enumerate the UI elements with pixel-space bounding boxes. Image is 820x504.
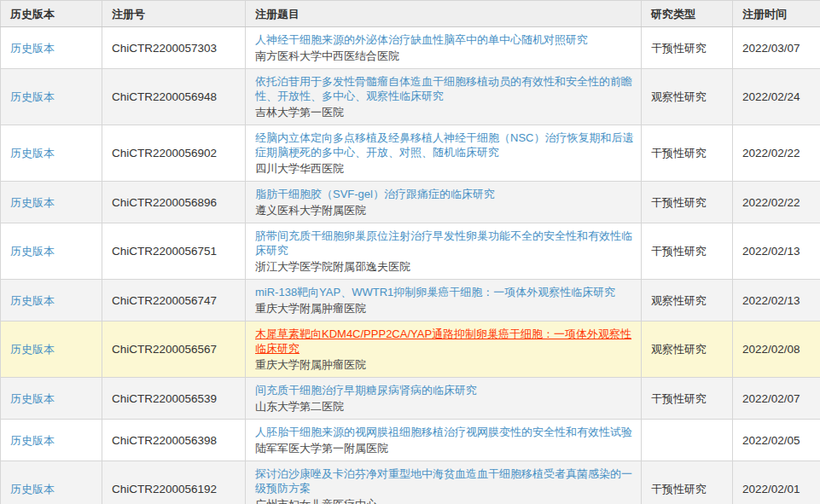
institution-name: 山东大学第二医院 xyxy=(255,399,634,414)
institution-name: 陆军军医大学第一附属医院 xyxy=(255,441,634,455)
table-row: 历史版本 ChiCTR2200056539 间充质干细胞治疗早期糖尿病肾病的临床… xyxy=(1,378,820,420)
trial-title-link[interactable]: 经脑内立体定向多点移植及经鼻移植人神经干细胞（NSC）治疗恢复期和后遗症期脑梗死… xyxy=(255,131,633,159)
history-version-link[interactable]: 历史版本 xyxy=(10,90,55,103)
registration-date: 2022/03/07 xyxy=(742,42,800,55)
history-version-link[interactable]: 历史版本 xyxy=(10,343,55,356)
institution-name: 重庆大学附属肿瘤医院 xyxy=(255,301,634,316)
history-version-link[interactable]: 历史版本 xyxy=(10,483,55,495)
trial-title-link[interactable]: 人神经干细胞来源的外泌体治疗缺血性脑卒中的单中心随机对照研究 xyxy=(255,33,588,46)
table-row: 历史版本 ChiCTR2200056192 探讨泊沙康唑及卡泊芬净对重型地中海贫… xyxy=(1,461,820,504)
registration-number: ChiCTR2200056948 xyxy=(112,90,217,103)
registration-number: ChiCTR2200056902 xyxy=(112,147,217,159)
registration-number: ChiCTR2200056567 xyxy=(112,343,217,356)
trial-title-link[interactable]: 间充质干细胞治疗早期糖尿病肾病的临床研究 xyxy=(255,384,477,397)
column-header-registration-title: 注册题目 xyxy=(246,1,642,27)
study-type: 观察性研究 xyxy=(651,90,707,103)
history-version-link[interactable]: 历史版本 xyxy=(10,196,55,209)
table-row: 历史版本 ChiCTR2200056902 经脑内立体定向多点移植及经鼻移植人神… xyxy=(1,125,820,182)
registration-date: 2022/02/24 xyxy=(742,90,800,103)
registration-date: 2022/02/22 xyxy=(742,147,800,159)
study-type: 干预性研究 xyxy=(651,147,707,159)
history-version-link[interactable]: 历史版本 xyxy=(10,147,55,159)
trial-list-table: 历史版本 注册号 注册题目 研究类型 注册时间 历史版本 ChiCTR22000… xyxy=(0,0,820,504)
table-row: 历史版本 ChiCTR2200056751 脐带间充质干细胞卵巢原位注射治疗早发… xyxy=(1,223,820,280)
registration-number: ChiCTR2200057303 xyxy=(112,42,217,55)
column-header-history-version: 历史版本 xyxy=(1,1,102,27)
study-type: 观察性研究 xyxy=(651,343,707,356)
table-row: 历史版本 ChiCTR2200056398 人胚胎干细胞来源的视网膜祖细胞移植治… xyxy=(1,420,820,461)
history-version-link[interactable]: 历史版本 xyxy=(10,42,55,55)
column-header-study-type: 研究类型 xyxy=(642,1,733,27)
trial-title-link[interactable]: 探讨泊沙康唑及卡泊芬净对重型地中海贫血造血干细胞移植受者真菌感染的一级预防方案 xyxy=(255,467,632,495)
institution-name: 遵义医科大学附属医院 xyxy=(255,203,634,217)
table-row: 历史版本 ChiCTR2200056948 依托泊苷用于多发性骨髓瘤自体造血干细… xyxy=(1,69,820,125)
table-row: 历史版本 ChiCTR2200056896 脂肪干细胞胶（SVF-gel）治疗跟… xyxy=(1,182,820,223)
table-row: 历史版本 ChiCTR2200056747 miR-138靶向YAP、WWTR1… xyxy=(1,280,820,322)
column-header-registration-date: 注册时间 xyxy=(733,1,820,27)
registration-date: 2022/02/13 xyxy=(742,294,800,307)
trial-title-link[interactable]: 依托泊苷用于多发性骨髓瘤自体造血干细胞移植动员的有效性和安全性的前瞻性、开放性、… xyxy=(255,75,632,102)
study-type: 干预性研究 xyxy=(651,196,707,209)
history-version-link[interactable]: 历史版本 xyxy=(10,294,55,307)
study-type: 干预性研究 xyxy=(651,392,707,405)
registration-date: 2022/02/22 xyxy=(742,196,800,209)
trial-title-link[interactable]: 脐带间充质干细胞卵巢原位注射治疗早发性卵巢功能不全的安全性和有效性临床研究 xyxy=(255,229,632,257)
registration-date: 2022/02/08 xyxy=(742,343,800,356)
registration-number: ChiCTR2200056751 xyxy=(112,245,217,258)
registration-date: 2022/02/13 xyxy=(742,245,800,258)
institution-name: 吉林大学第一医院 xyxy=(255,105,634,119)
study-type: 干预性研究 xyxy=(651,245,707,258)
institution-name: 重庆大学附属肿瘤医院 xyxy=(255,357,634,372)
study-type: 观察性研究 xyxy=(651,294,707,307)
registration-number: ChiCTR2200056192 xyxy=(112,483,217,495)
trial-title-link[interactable]: 木犀草素靶向KDM4C/PPP2CA/YAP通路抑制卵巢癌干细胞：一项体外观察性… xyxy=(255,327,631,355)
table-header-row: 历史版本 注册号 注册题目 研究类型 注册时间 xyxy=(1,1,820,27)
registration-date: 2022/02/05 xyxy=(742,434,800,447)
registration-number: ChiCTR2200056896 xyxy=(112,196,217,209)
column-header-registration-number: 注册号 xyxy=(102,1,246,27)
registration-date: 2022/02/01 xyxy=(742,483,800,495)
history-version-link[interactable]: 历史版本 xyxy=(10,245,55,258)
trial-title-link[interactable]: 脂肪干细胞胶（SVF-gel）治疗跟痛症的临床研究 xyxy=(255,188,495,200)
history-version-link[interactable]: 历史版本 xyxy=(10,434,55,447)
history-version-link[interactable]: 历史版本 xyxy=(10,392,55,405)
registration-number: ChiCTR2200056539 xyxy=(112,392,217,405)
trial-title-link[interactable]: miR-138靶向YAP、WWTR1抑制卵巢癌干细胞：一项体外观察性临床研究 xyxy=(255,286,615,298)
registration-number: ChiCTR2200056747 xyxy=(112,294,217,307)
study-type: 干预性研究 xyxy=(651,483,707,495)
registration-number: ChiCTR2200056398 xyxy=(112,434,217,447)
institution-name: 广州市妇女儿童医疗中心 xyxy=(255,497,634,504)
institution-name: 浙江大学医学院附属邵逸夫医院 xyxy=(255,259,634,274)
institution-name: 南方医科大学中西医结合医院 xyxy=(255,49,634,63)
institution-name: 四川大学华西医院 xyxy=(255,161,634,176)
registration-date: 2022/02/07 xyxy=(742,392,800,405)
table-row: 历史版本 ChiCTR2200057303 人神经干细胞来源的外泌体治疗缺血性脑… xyxy=(1,27,820,69)
table-row-highlighted: 历史版本 ChiCTR2200056567 木犀草素靶向KDM4C/PPP2CA… xyxy=(1,322,820,378)
study-type: 干预性研究 xyxy=(651,42,707,55)
trial-title-link[interactable]: 人胚胎干细胞来源的视网膜祖细胞移植治疗视网膜变性的安全性和有效性试验 xyxy=(255,426,632,438)
